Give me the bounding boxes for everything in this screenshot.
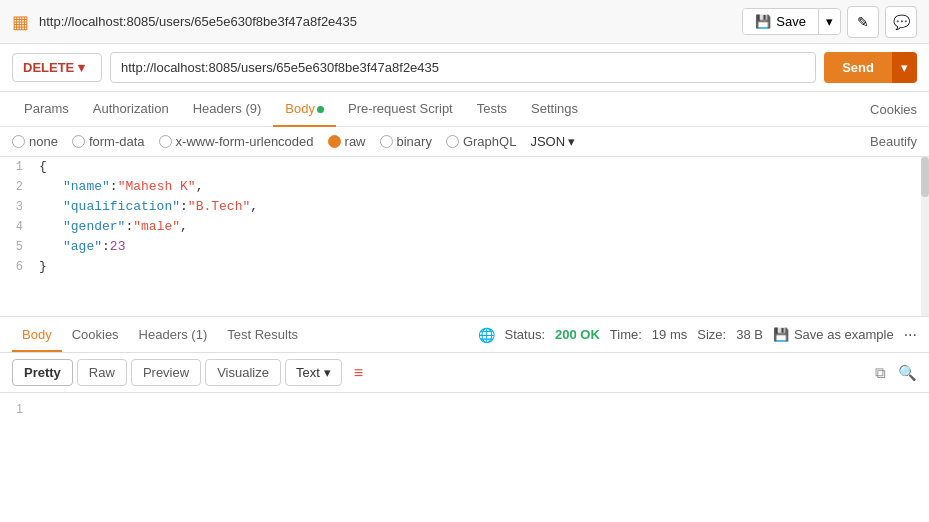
- size-value: 38 B: [736, 327, 763, 342]
- globe-icon: 🌐: [478, 327, 495, 343]
- response-body: 1: [0, 393, 929, 453]
- url-input[interactable]: [110, 52, 816, 83]
- radio-graphql[interactable]: GraphQL: [446, 134, 516, 149]
- radio-graphql-circle: [446, 135, 459, 148]
- resp-tab-body[interactable]: Body: [12, 319, 62, 352]
- response-tabs-row: Body Cookies Headers (1) Test Results 🌐 …: [0, 317, 929, 353]
- preview-button[interactable]: Preview: [131, 359, 201, 386]
- copy-button[interactable]: ⧉: [875, 364, 886, 382]
- resp-tab-testresults[interactable]: Test Results: [217, 319, 308, 352]
- time-label: Time:: [610, 327, 642, 342]
- json-chevron-icon: ▾: [568, 134, 575, 149]
- line-num-3: 3: [0, 197, 35, 217]
- cookies-link[interactable]: Cookies: [870, 102, 917, 117]
- code-line-6: 6 }: [0, 257, 929, 277]
- line-num-6: 6: [0, 257, 35, 277]
- text-chevron-icon: ▾: [324, 365, 331, 380]
- tab-body[interactable]: Body: [273, 92, 336, 127]
- editor-scrollbar-thumb[interactable]: [921, 157, 929, 197]
- response-status: 🌐 Status: 200 OK Time: 19 ms Size: 38 B …: [478, 326, 917, 344]
- radio-form-data[interactable]: form-data: [72, 134, 145, 149]
- code-line-2: 2 "name":"Mahesh K",: [0, 177, 929, 197]
- visualize-button[interactable]: Visualize: [205, 359, 281, 386]
- body-options-row: none form-data x-www-form-urlencoded raw…: [0, 127, 929, 157]
- line-num-2: 2: [0, 177, 35, 197]
- send-dropdown-button[interactable]: ▾: [892, 52, 917, 83]
- code-line-4: 4 "gender":"male",: [0, 217, 929, 237]
- method-select[interactable]: DELETE ▾: [12, 53, 102, 82]
- tab-tests[interactable]: Tests: [465, 92, 519, 127]
- radio-binary-circle: [380, 135, 393, 148]
- status-value: 200 OK: [555, 327, 600, 342]
- save-example-button[interactable]: 💾 Save as example: [773, 327, 894, 342]
- response-toolbar: Pretty Raw Preview Visualize Text ▾ ≡ ⧉ …: [0, 353, 929, 393]
- radio-form-data-circle: [72, 135, 85, 148]
- radio-binary[interactable]: binary: [380, 134, 432, 149]
- radio-raw[interactable]: raw: [328, 134, 366, 149]
- radio-urlencoded[interactable]: x-www-form-urlencoded: [159, 134, 314, 149]
- body-dot: [317, 106, 324, 113]
- resp-line-num-1: 1: [0, 399, 35, 419]
- top-bar-actions: 💾 Save ▾ ✎ 💬: [742, 6, 917, 38]
- radio-none-circle: [12, 135, 25, 148]
- method-chevron-icon: ▾: [78, 60, 85, 75]
- save-btn-group: 💾 Save ▾: [742, 8, 841, 35]
- tab-prerequest[interactable]: Pre-request Script: [336, 92, 465, 127]
- editor-scrollbar[interactable]: [921, 157, 929, 316]
- raw-button[interactable]: Raw: [77, 359, 127, 386]
- save-dropdown-button[interactable]: ▾: [818, 9, 840, 34]
- code-line-1: 1 {: [0, 157, 929, 177]
- code-editor[interactable]: 1 { 2 "name":"Mahesh K", 3 "qualificatio…: [0, 157, 929, 317]
- beautify-button[interactable]: Beautify: [870, 134, 917, 149]
- radio-raw-circle: [328, 135, 341, 148]
- text-format-dropdown[interactable]: Text ▾: [285, 359, 342, 386]
- size-label: Size:: [697, 327, 726, 342]
- pretty-button[interactable]: Pretty: [12, 359, 73, 386]
- line-num-4: 4: [0, 217, 35, 237]
- resp-tab-cookies[interactable]: Cookies: [62, 319, 129, 352]
- request-tabs-row: Params Authorization Headers (9) Body Pr…: [0, 92, 929, 127]
- tab-authorization[interactable]: Authorization: [81, 92, 181, 127]
- json-format-dropdown[interactable]: JSON ▾: [530, 134, 575, 149]
- line-num-1: 1: [0, 157, 35, 177]
- radio-none[interactable]: none: [12, 134, 58, 149]
- comment-icon-button[interactable]: 💬: [885, 6, 917, 38]
- more-options-button[interactable]: ···: [904, 326, 917, 344]
- save-icon: 💾: [755, 14, 771, 29]
- word-wrap-icon[interactable]: ≡: [354, 364, 363, 382]
- code-line-5: 5 "age":23: [0, 237, 929, 257]
- code-line-3: 3 "qualification":"B.Tech",: [0, 197, 929, 217]
- top-bar: ▦ http://localhost:8085/users/65e5e630f8…: [0, 0, 929, 44]
- save-example-icon: 💾: [773, 327, 789, 342]
- status-label: Status:: [505, 327, 545, 342]
- top-bar-url: http://localhost:8085/users/65e5e630f8be…: [39, 14, 742, 29]
- edit-icon-button[interactable]: ✎: [847, 6, 879, 38]
- tab-params[interactable]: Params: [12, 92, 81, 127]
- send-button[interactable]: Send: [824, 52, 892, 83]
- search-icon[interactable]: 🔍: [898, 364, 917, 382]
- time-value: 19 ms: [652, 327, 687, 342]
- send-button-group: Send ▾: [824, 52, 917, 83]
- save-button[interactable]: 💾 Save: [743, 9, 818, 34]
- line-num-5: 5: [0, 237, 35, 257]
- tab-settings[interactable]: Settings: [519, 92, 590, 127]
- tab-headers[interactable]: Headers (9): [181, 92, 274, 127]
- request-bar: DELETE ▾ Send ▾: [0, 44, 929, 92]
- radio-urlencoded-circle: [159, 135, 172, 148]
- app-logo: ▦: [12, 11, 29, 33]
- resp-tab-headers[interactable]: Headers (1): [129, 319, 218, 352]
